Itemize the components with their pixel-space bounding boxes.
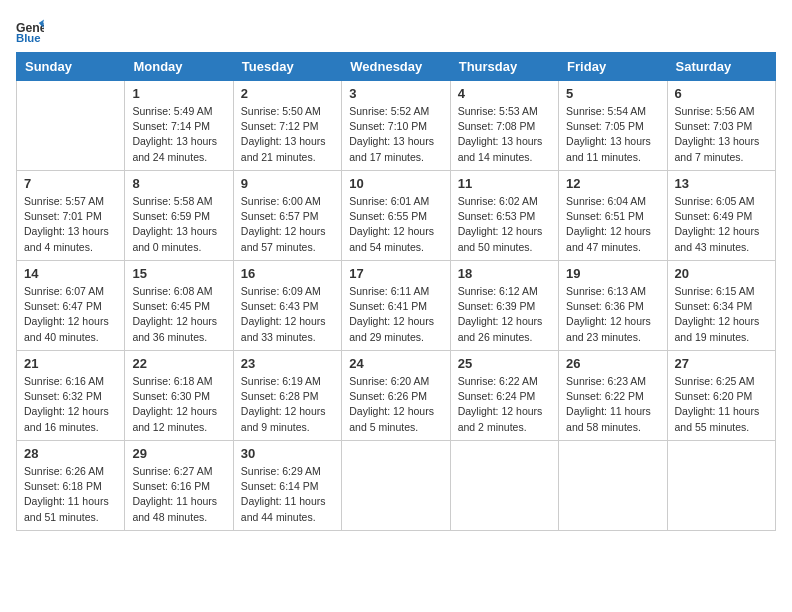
calendar-cell: 28Sunrise: 6:26 AM Sunset: 6:18 PM Dayli… bbox=[17, 441, 125, 531]
day-number: 12 bbox=[566, 176, 659, 191]
calendar-cell: 5Sunrise: 5:54 AM Sunset: 7:05 PM Daylig… bbox=[559, 81, 667, 171]
calendar-week-row: 21Sunrise: 6:16 AM Sunset: 6:32 PM Dayli… bbox=[17, 351, 776, 441]
calendar-table: SundayMondayTuesdayWednesdayThursdayFrid… bbox=[16, 52, 776, 531]
day-number: 21 bbox=[24, 356, 117, 371]
calendar-cell: 6Sunrise: 5:56 AM Sunset: 7:03 PM Daylig… bbox=[667, 81, 775, 171]
calendar-week-row: 14Sunrise: 6:07 AM Sunset: 6:47 PM Dayli… bbox=[17, 261, 776, 351]
calendar-cell: 7Sunrise: 5:57 AM Sunset: 7:01 PM Daylig… bbox=[17, 171, 125, 261]
day-info: Sunrise: 5:49 AM Sunset: 7:14 PM Dayligh… bbox=[132, 104, 225, 165]
calendar-cell: 14Sunrise: 6:07 AM Sunset: 6:47 PM Dayli… bbox=[17, 261, 125, 351]
day-number: 5 bbox=[566, 86, 659, 101]
header-day: Wednesday bbox=[342, 53, 450, 81]
day-number: 20 bbox=[675, 266, 768, 281]
day-info: Sunrise: 6:07 AM Sunset: 6:47 PM Dayligh… bbox=[24, 284, 117, 345]
calendar-week-row: 28Sunrise: 6:26 AM Sunset: 6:18 PM Dayli… bbox=[17, 441, 776, 531]
day-info: Sunrise: 6:29 AM Sunset: 6:14 PM Dayligh… bbox=[241, 464, 334, 525]
day-info: Sunrise: 6:11 AM Sunset: 6:41 PM Dayligh… bbox=[349, 284, 442, 345]
day-info: Sunrise: 6:25 AM Sunset: 6:20 PM Dayligh… bbox=[675, 374, 768, 435]
calendar-cell: 18Sunrise: 6:12 AM Sunset: 6:39 PM Dayli… bbox=[450, 261, 558, 351]
day-number: 17 bbox=[349, 266, 442, 281]
day-number: 14 bbox=[24, 266, 117, 281]
calendar-cell: 30Sunrise: 6:29 AM Sunset: 6:14 PM Dayli… bbox=[233, 441, 341, 531]
day-number: 8 bbox=[132, 176, 225, 191]
calendar-cell: 9Sunrise: 6:00 AM Sunset: 6:57 PM Daylig… bbox=[233, 171, 341, 261]
day-number: 22 bbox=[132, 356, 225, 371]
day-number: 3 bbox=[349, 86, 442, 101]
day-number: 11 bbox=[458, 176, 551, 191]
day-number: 30 bbox=[241, 446, 334, 461]
calendar-cell: 27Sunrise: 6:25 AM Sunset: 6:20 PM Dayli… bbox=[667, 351, 775, 441]
calendar-cell: 11Sunrise: 6:02 AM Sunset: 6:53 PM Dayli… bbox=[450, 171, 558, 261]
header-row: SundayMondayTuesdayWednesdayThursdayFrid… bbox=[17, 53, 776, 81]
calendar-week-row: 7Sunrise: 5:57 AM Sunset: 7:01 PM Daylig… bbox=[17, 171, 776, 261]
calendar-body: 1Sunrise: 5:49 AM Sunset: 7:14 PM Daylig… bbox=[17, 81, 776, 531]
calendar-cell: 20Sunrise: 6:15 AM Sunset: 6:34 PM Dayli… bbox=[667, 261, 775, 351]
day-info: Sunrise: 6:15 AM Sunset: 6:34 PM Dayligh… bbox=[675, 284, 768, 345]
calendar-cell: 29Sunrise: 6:27 AM Sunset: 6:16 PM Dayli… bbox=[125, 441, 233, 531]
calendar-cell: 22Sunrise: 6:18 AM Sunset: 6:30 PM Dayli… bbox=[125, 351, 233, 441]
calendar-cell: 23Sunrise: 6:19 AM Sunset: 6:28 PM Dayli… bbox=[233, 351, 341, 441]
calendar-cell: 24Sunrise: 6:20 AM Sunset: 6:26 PM Dayli… bbox=[342, 351, 450, 441]
day-number: 23 bbox=[241, 356, 334, 371]
day-number: 27 bbox=[675, 356, 768, 371]
calendar-week-row: 1Sunrise: 5:49 AM Sunset: 7:14 PM Daylig… bbox=[17, 81, 776, 171]
day-info: Sunrise: 6:12 AM Sunset: 6:39 PM Dayligh… bbox=[458, 284, 551, 345]
day-info: Sunrise: 5:54 AM Sunset: 7:05 PM Dayligh… bbox=[566, 104, 659, 165]
header-day: Thursday bbox=[450, 53, 558, 81]
day-number: 6 bbox=[675, 86, 768, 101]
day-info: Sunrise: 6:09 AM Sunset: 6:43 PM Dayligh… bbox=[241, 284, 334, 345]
day-info: Sunrise: 5:52 AM Sunset: 7:10 PM Dayligh… bbox=[349, 104, 442, 165]
calendar-cell: 2Sunrise: 5:50 AM Sunset: 7:12 PM Daylig… bbox=[233, 81, 341, 171]
header-day: Sunday bbox=[17, 53, 125, 81]
day-info: Sunrise: 6:27 AM Sunset: 6:16 PM Dayligh… bbox=[132, 464, 225, 525]
header-day: Monday bbox=[125, 53, 233, 81]
day-info: Sunrise: 6:00 AM Sunset: 6:57 PM Dayligh… bbox=[241, 194, 334, 255]
day-info: Sunrise: 5:57 AM Sunset: 7:01 PM Dayligh… bbox=[24, 194, 117, 255]
calendar-cell bbox=[342, 441, 450, 531]
day-number: 16 bbox=[241, 266, 334, 281]
day-info: Sunrise: 6:20 AM Sunset: 6:26 PM Dayligh… bbox=[349, 374, 442, 435]
day-number: 7 bbox=[24, 176, 117, 191]
calendar-cell: 26Sunrise: 6:23 AM Sunset: 6:22 PM Dayli… bbox=[559, 351, 667, 441]
calendar-cell bbox=[450, 441, 558, 531]
header-day: Saturday bbox=[667, 53, 775, 81]
logo: General Blue bbox=[16, 16, 48, 44]
day-info: Sunrise: 6:01 AM Sunset: 6:55 PM Dayligh… bbox=[349, 194, 442, 255]
calendar-cell: 25Sunrise: 6:22 AM Sunset: 6:24 PM Dayli… bbox=[450, 351, 558, 441]
calendar-cell bbox=[559, 441, 667, 531]
calendar-cell: 4Sunrise: 5:53 AM Sunset: 7:08 PM Daylig… bbox=[450, 81, 558, 171]
day-info: Sunrise: 5:50 AM Sunset: 7:12 PM Dayligh… bbox=[241, 104, 334, 165]
calendar-cell: 15Sunrise: 6:08 AM Sunset: 6:45 PM Dayli… bbox=[125, 261, 233, 351]
day-number: 28 bbox=[24, 446, 117, 461]
calendar-cell: 10Sunrise: 6:01 AM Sunset: 6:55 PM Dayli… bbox=[342, 171, 450, 261]
calendar-cell: 8Sunrise: 5:58 AM Sunset: 6:59 PM Daylig… bbox=[125, 171, 233, 261]
calendar-header: SundayMondayTuesdayWednesdayThursdayFrid… bbox=[17, 53, 776, 81]
page-header: General Blue bbox=[16, 16, 776, 44]
calendar-cell: 12Sunrise: 6:04 AM Sunset: 6:51 PM Dayli… bbox=[559, 171, 667, 261]
day-number: 2 bbox=[241, 86, 334, 101]
day-info: Sunrise: 5:58 AM Sunset: 6:59 PM Dayligh… bbox=[132, 194, 225, 255]
day-info: Sunrise: 6:22 AM Sunset: 6:24 PM Dayligh… bbox=[458, 374, 551, 435]
day-number: 19 bbox=[566, 266, 659, 281]
calendar-cell bbox=[17, 81, 125, 171]
day-number: 25 bbox=[458, 356, 551, 371]
day-number: 24 bbox=[349, 356, 442, 371]
calendar-cell bbox=[667, 441, 775, 531]
day-number: 26 bbox=[566, 356, 659, 371]
calendar-cell: 1Sunrise: 5:49 AM Sunset: 7:14 PM Daylig… bbox=[125, 81, 233, 171]
day-number: 15 bbox=[132, 266, 225, 281]
calendar-cell: 3Sunrise: 5:52 AM Sunset: 7:10 PM Daylig… bbox=[342, 81, 450, 171]
day-info: Sunrise: 6:04 AM Sunset: 6:51 PM Dayligh… bbox=[566, 194, 659, 255]
day-number: 29 bbox=[132, 446, 225, 461]
day-number: 4 bbox=[458, 86, 551, 101]
header-day: Friday bbox=[559, 53, 667, 81]
day-info: Sunrise: 6:08 AM Sunset: 6:45 PM Dayligh… bbox=[132, 284, 225, 345]
day-number: 18 bbox=[458, 266, 551, 281]
day-info: Sunrise: 6:26 AM Sunset: 6:18 PM Dayligh… bbox=[24, 464, 117, 525]
day-info: Sunrise: 6:18 AM Sunset: 6:30 PM Dayligh… bbox=[132, 374, 225, 435]
logo-icon: General Blue bbox=[16, 16, 44, 44]
day-info: Sunrise: 5:56 AM Sunset: 7:03 PM Dayligh… bbox=[675, 104, 768, 165]
day-info: Sunrise: 6:19 AM Sunset: 6:28 PM Dayligh… bbox=[241, 374, 334, 435]
day-info: Sunrise: 5:53 AM Sunset: 7:08 PM Dayligh… bbox=[458, 104, 551, 165]
day-number: 1 bbox=[132, 86, 225, 101]
